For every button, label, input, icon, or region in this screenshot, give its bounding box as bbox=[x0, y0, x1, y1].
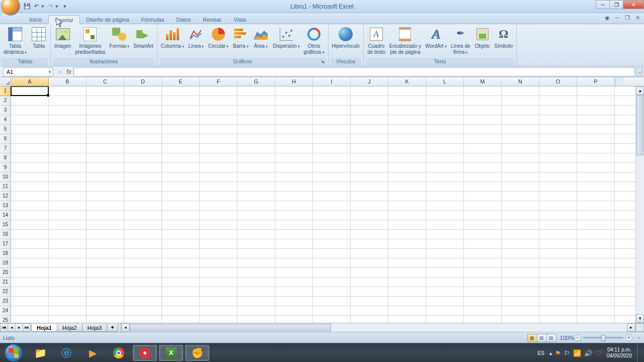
tab-inicio[interactable]: Inicio bbox=[23, 15, 48, 24]
row-header[interactable]: 6 bbox=[0, 134, 11, 144]
row-header[interactable]: 17 bbox=[0, 239, 11, 249]
redo-dropdown-icon[interactable]: ▾ bbox=[55, 3, 59, 11]
row-header[interactable]: 9 bbox=[0, 163, 11, 172]
show-desktop-button[interactable] bbox=[637, 343, 642, 362]
sheet-tab-hoja2[interactable]: Hoja2 bbox=[57, 324, 83, 332]
row-header[interactable]: 23 bbox=[0, 297, 11, 306]
maximize-button[interactable]: ❐ bbox=[609, 0, 623, 9]
column-header[interactable]: I bbox=[313, 77, 351, 86]
undo-dropdown-icon[interactable]: ▾ bbox=[41, 3, 45, 11]
resize-grip-icon[interactable]: ⌁ bbox=[637, 334, 641, 341]
column-header[interactable]: P bbox=[577, 77, 615, 86]
row-header[interactable]: 7 bbox=[0, 144, 11, 153]
row-header[interactable]: 12 bbox=[0, 192, 11, 201]
row-header[interactable]: 18 bbox=[0, 249, 11, 258]
ribbon-minimize-icon[interactable]: ─ bbox=[614, 15, 621, 22]
row-header[interactable]: 4 bbox=[0, 115, 11, 125]
formula-bar-expand-icon[interactable]: ⌵ bbox=[636, 67, 643, 76]
row-header[interactable]: 24 bbox=[0, 306, 11, 316]
redo-icon[interactable]: ↷ bbox=[46, 3, 54, 11]
view-layout-button[interactable]: ▥ bbox=[537, 334, 547, 342]
tab-datos[interactable]: Datos bbox=[170, 15, 197, 24]
tab-diseno-pagina[interactable]: Diseño de página bbox=[80, 15, 135, 24]
column-header[interactable]: E bbox=[162, 77, 200, 86]
sheet-next-icon[interactable]: ▸ bbox=[15, 323, 23, 332]
tabla-button[interactable]: Tabla bbox=[29, 25, 48, 50]
taskbar-app-icon[interactable]: ✊ bbox=[185, 345, 209, 361]
area-button[interactable]: Área bbox=[251, 25, 270, 50]
taskbar-ie-icon[interactable]: ⓔ bbox=[54, 345, 78, 361]
tab-vista[interactable]: Vista bbox=[228, 15, 252, 24]
taskbar-clock[interactable]: 04:11 p.m. 04/05/2020 bbox=[607, 347, 632, 359]
sheet-tab-hoja3[interactable]: Hoja3 bbox=[82, 324, 108, 332]
otros-graficos-button[interactable]: Otros gráficos bbox=[302, 25, 326, 56]
tab-revisar[interactable]: Revisar bbox=[197, 15, 227, 24]
horizontal-scrollbar[interactable]: ◂ ▸ bbox=[121, 323, 635, 332]
column-header[interactable]: G bbox=[237, 77, 275, 86]
row-header[interactable]: 8 bbox=[0, 153, 11, 163]
taskbar-excel-icon[interactable]: X bbox=[159, 345, 183, 361]
zoom-slider[interactable] bbox=[583, 337, 623, 338]
columna-button[interactable]: Columna bbox=[159, 25, 186, 50]
hscroll-thumb[interactable] bbox=[130, 324, 331, 331]
tabla-dinamica-button[interactable]: Tabla dinámica bbox=[2, 25, 28, 56]
tray-shield-icon[interactable]: 🛡 bbox=[595, 349, 602, 357]
barra-button[interactable]: Barra bbox=[231, 25, 250, 50]
row-header[interactable]: 20 bbox=[0, 268, 11, 278]
ribbon-restore-icon[interactable]: ❐ bbox=[624, 15, 631, 22]
taskbar-wmp-icon[interactable]: ▶ bbox=[80, 345, 105, 361]
column-header[interactable]: H bbox=[275, 77, 313, 86]
qat-customize-icon[interactable]: ▾ bbox=[63, 3, 67, 11]
taskbar-opera-icon[interactable] bbox=[133, 345, 157, 361]
cancel-icon[interactable]: ○ bbox=[55, 68, 64, 76]
zoom-level[interactable]: 100% bbox=[560, 335, 574, 341]
scroll-left-icon[interactable]: ◂ bbox=[121, 323, 130, 332]
column-header[interactable]: B bbox=[49, 77, 87, 86]
formas-button[interactable]: Formas bbox=[108, 25, 131, 50]
view-normal-button[interactable]: ▦ bbox=[527, 334, 537, 342]
tray-volume-icon[interactable]: 🔊 bbox=[584, 349, 592, 357]
undo-icon[interactable]: ↶ bbox=[32, 3, 40, 11]
imagenes-predisenadas-button[interactable]: Imágenes prediseñadas bbox=[73, 25, 107, 56]
row-header[interactable]: 22 bbox=[0, 287, 11, 297]
imagen-button[interactable]: Imagen bbox=[53, 25, 72, 50]
select-all-button[interactable] bbox=[0, 77, 11, 86]
row-header[interactable]: 25 bbox=[0, 316, 11, 323]
row-header[interactable]: 11 bbox=[0, 182, 11, 192]
cuadro-texto-button[interactable]: ACuadro de texto bbox=[366, 25, 387, 56]
linea-button[interactable]: Línea bbox=[187, 25, 206, 50]
column-header[interactable]: N bbox=[502, 77, 539, 86]
column-header[interactable]: J bbox=[351, 77, 388, 86]
encabezado-button[interactable]: Encabezado y pie de página bbox=[388, 25, 423, 56]
save-icon[interactable]: 💾 bbox=[23, 3, 31, 11]
tab-insertar[interactable]: Insertar bbox=[48, 15, 80, 24]
column-header[interactable]: K bbox=[388, 77, 426, 86]
scroll-up-icon[interactable]: ▴ bbox=[636, 86, 644, 95]
language-indicator[interactable]: ES bbox=[536, 349, 546, 357]
formula-bar[interactable] bbox=[73, 67, 635, 76]
vertical-scrollbar[interactable]: ▴ ▾ bbox=[635, 86, 644, 323]
row-header[interactable]: 3 bbox=[0, 106, 11, 115]
hipervinculo-button[interactable]: Hipervínculo bbox=[331, 25, 362, 50]
tray-flag-icon[interactable]: ⚐ bbox=[564, 349, 570, 357]
sheet-prev-icon[interactable]: ◂ bbox=[8, 323, 16, 332]
graficos-launcher-icon[interactable]: ⬊ bbox=[321, 59, 325, 64]
tray-network-icon[interactable]: 📶 bbox=[573, 349, 581, 357]
column-header[interactable]: D bbox=[124, 77, 162, 86]
start-button[interactable] bbox=[0, 343, 27, 362]
row-header[interactable]: 14 bbox=[0, 211, 11, 220]
row-header[interactable]: 13 bbox=[0, 201, 11, 211]
sheet-last-icon[interactable]: ⏭ bbox=[23, 323, 31, 332]
row-header[interactable]: 19 bbox=[0, 258, 11, 268]
dispersion-button[interactable]: Dispersión bbox=[271, 25, 301, 50]
scroll-down-icon[interactable]: ▾ bbox=[636, 314, 644, 323]
zoom-out-button[interactable]: − bbox=[574, 334, 581, 341]
circular-button[interactable]: Circular bbox=[207, 25, 230, 50]
column-header[interactable]: A bbox=[11, 77, 49, 86]
name-box[interactable]: A1 bbox=[3, 67, 53, 76]
tab-formulas[interactable]: Fórmulas bbox=[135, 15, 171, 24]
sheet-first-icon[interactable]: ⏮ bbox=[0, 323, 8, 332]
column-header[interactable]: O bbox=[539, 77, 577, 86]
view-pagebreak-button[interactable]: ▤ bbox=[546, 334, 556, 342]
column-header[interactable]: C bbox=[87, 77, 124, 86]
